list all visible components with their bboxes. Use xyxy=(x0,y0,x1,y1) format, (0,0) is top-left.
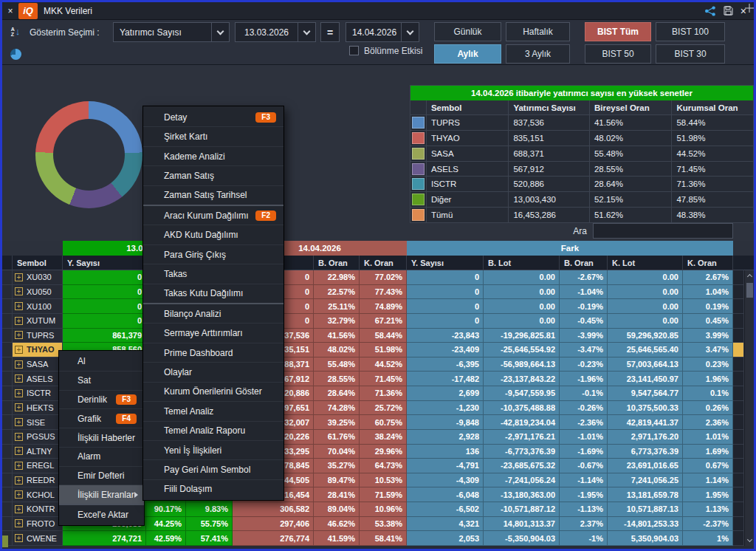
symbol-cell[interactable]: +CWENE xyxy=(13,531,63,546)
expand-icon[interactable]: + xyxy=(15,389,23,397)
menu-item[interactable]: Bilanço Analizi xyxy=(143,303,284,323)
top-table-row[interactable]: THYAO835,15148.02%51.98% xyxy=(410,131,753,146)
expand-icon[interactable]: + xyxy=(15,519,23,527)
table-row[interactable]: +TUPRS861,379837,53641.56%58.44%-23,843-… xyxy=(2,329,744,343)
period-3month-button[interactable]: 3 Aylık xyxy=(506,44,570,64)
symbol-cell[interactable]: +ISCTR xyxy=(13,386,63,401)
top-table-row[interactable]: Tümü16,453,28651.62%48.38% xyxy=(410,208,753,222)
menu-item[interactable]: Al xyxy=(59,352,144,371)
col-f-koran[interactable]: K. Oran xyxy=(683,256,733,270)
symbol-cell[interactable]: +XU100 xyxy=(13,299,63,314)
menu-item[interactable]: GrafikF4 xyxy=(59,408,144,428)
expand-icon[interactable]: + xyxy=(15,346,23,354)
expand-icon[interactable]: + xyxy=(15,374,23,383)
menu-item[interactable]: İlişkili Ekranlar xyxy=(59,485,144,504)
expand-icon[interactable]: + xyxy=(15,433,23,441)
top-table-row[interactable]: TUPRS837,53641.56%58.44% xyxy=(410,115,753,131)
menu-item[interactable]: DetayF3 xyxy=(143,108,284,126)
index-bist100-button[interactable]: BIST 100 xyxy=(656,22,725,41)
col-sembol[interactable]: Sembol xyxy=(13,256,63,270)
table-row[interactable]: +XUTUM0032.79%67.21%00.00-0.45%0.000.45% xyxy=(2,314,744,329)
menu-item[interactable]: Temel Analiz xyxy=(143,401,284,420)
expand-icon[interactable]: + xyxy=(15,490,23,499)
expand-icon[interactable]: + xyxy=(15,447,23,455)
expand-icon[interactable]: + xyxy=(15,505,23,513)
menu-item[interactable]: Takas Kutu Dağılımı xyxy=(143,284,284,303)
top-table-row[interactable]: ISCTR520,88628.64%71.36% xyxy=(410,177,753,192)
symbol-cell[interactable]: +XUTUM xyxy=(13,314,63,329)
menu-item[interactable]: Aracı Kurum DağılımıF2 xyxy=(143,205,284,225)
expand-icon[interactable]: + xyxy=(15,462,23,470)
search-input[interactable] xyxy=(593,223,733,239)
expand-icon[interactable]: + xyxy=(15,403,23,411)
menu-item[interactable]: Olaylar xyxy=(143,362,284,381)
index-bist30-button[interactable]: BIST 30 xyxy=(656,44,725,64)
col-f-klot[interactable]: K. Lot xyxy=(608,256,683,270)
symbol-cell[interactable]: +ASELS xyxy=(13,372,63,386)
menu-item[interactable]: Emir Defteri xyxy=(59,466,144,485)
col-f-ysayisi[interactable]: Y. Sayısı xyxy=(407,256,484,270)
symbol-cell[interactable]: +ALTNY xyxy=(13,445,63,459)
table-row[interactable]: +XU0300022.98%77.02%00.00-2.67%0.002.67% xyxy=(2,270,744,285)
expand-icon[interactable]: + xyxy=(15,302,23,310)
symbol-cell[interactable]: +FROTO xyxy=(13,517,63,532)
symbol-cell[interactable]: +PGSUS xyxy=(13,430,63,445)
top-table-row[interactable]: ASELS567,91228.55%71.45% xyxy=(410,162,753,177)
share-icon[interactable] xyxy=(704,6,716,16)
menu-item[interactable]: Prime Dashboard xyxy=(143,343,284,362)
menu-item[interactable]: Zaman Satış Tarihsel xyxy=(143,185,284,205)
equals-button[interactable]: = xyxy=(320,22,340,42)
symbol-cell[interactable]: +TUPRS xyxy=(13,329,63,343)
symbol-cell[interactable]: +XU030 xyxy=(13,270,63,285)
top-table-row[interactable]: Diğer13,003,43052.15%47.85% xyxy=(410,192,753,208)
split-effect-checkbox[interactable] xyxy=(349,46,359,55)
table-row[interactable]: +XU0500022.57%77.43%00.00-1.04%0.001.04% xyxy=(2,285,744,300)
top-table-row[interactable]: SASA688,37155.48%44.52% xyxy=(410,146,753,162)
display-select[interactable]: Yatırımcı Sayısı xyxy=(113,22,230,42)
menu-item[interactable]: Sat xyxy=(59,371,144,390)
symbol-cell[interactable]: +XU050 xyxy=(13,285,63,300)
chevron-down-icon[interactable] xyxy=(298,23,315,41)
menu-item[interactable]: Temel Analiz Raporu xyxy=(143,421,284,440)
menu-item[interactable]: Excel'e Aktar xyxy=(59,504,144,524)
period-weekly-button[interactable]: Haftalık xyxy=(506,22,570,41)
menu-item[interactable]: İlişkili Haberler xyxy=(59,428,144,447)
expand-icon[interactable]: + xyxy=(15,418,23,426)
period-monthly-button[interactable]: Aylık xyxy=(434,44,501,64)
expand-icon[interactable]: + xyxy=(15,360,23,369)
menu-item[interactable]: Kurum Önerilerini Göster xyxy=(143,382,284,401)
menu-item[interactable]: Alarm xyxy=(59,447,144,466)
expand-icon[interactable]: + xyxy=(15,287,23,295)
menu-item[interactable]: AKD Kutu Dağılımı xyxy=(143,225,284,244)
chevron-down-icon[interactable] xyxy=(401,23,419,41)
col-r-koran[interactable]: K. Oran xyxy=(360,256,407,270)
expand-icon[interactable]: + xyxy=(15,273,23,281)
menu-item[interactable]: Kademe Analizi xyxy=(143,146,284,165)
expand-icon[interactable]: + xyxy=(15,317,23,325)
symbol-cell[interactable]: +REEDR xyxy=(13,473,63,488)
pie-chart-icon[interactable] xyxy=(7,45,24,63)
symbol-cell[interactable]: +SISE xyxy=(13,415,63,430)
period-daily-button[interactable]: Günlük xyxy=(434,22,501,41)
close-icon[interactable]: × xyxy=(2,2,18,20)
expand-icon[interactable]: + xyxy=(15,476,23,485)
menu-item[interactable]: Yeni İş İlişkileri xyxy=(143,440,284,459)
date-from-picker[interactable]: 13.03.2026 xyxy=(235,22,316,42)
col-f-boran[interactable]: B. Oran xyxy=(560,256,608,270)
symbol-cell[interactable]: +EREGL xyxy=(13,459,63,473)
expand-icon[interactable]: + xyxy=(15,331,23,339)
menu-item[interactable]: Para Giriş Çıkış xyxy=(143,244,284,264)
sort-az-icon[interactable]: AZ↓ xyxy=(7,23,24,41)
menu-item[interactable]: Takas xyxy=(143,264,284,283)
menu-item[interactable]: Sermaye Arttırımları xyxy=(143,323,284,342)
symbol-cell[interactable]: +THYAO xyxy=(13,343,63,357)
menu-item[interactable]: Zaman Satış xyxy=(143,165,284,185)
col-f-blot[interactable]: B. Lot xyxy=(484,256,560,270)
menu-item[interactable]: Şirket Kartı xyxy=(143,126,284,146)
menu-item[interactable]: Pay Geri Alım Sembol xyxy=(143,459,284,479)
symbol-cell[interactable]: +KONTR xyxy=(13,502,63,517)
scrollbar-thumb[interactable] xyxy=(746,283,753,298)
index-bist50-button[interactable]: BIST 50 xyxy=(585,44,651,64)
col-g-ysayisi[interactable]: Y. Sayısı xyxy=(63,256,146,270)
col-r-boran[interactable]: B. Oran xyxy=(314,256,360,270)
